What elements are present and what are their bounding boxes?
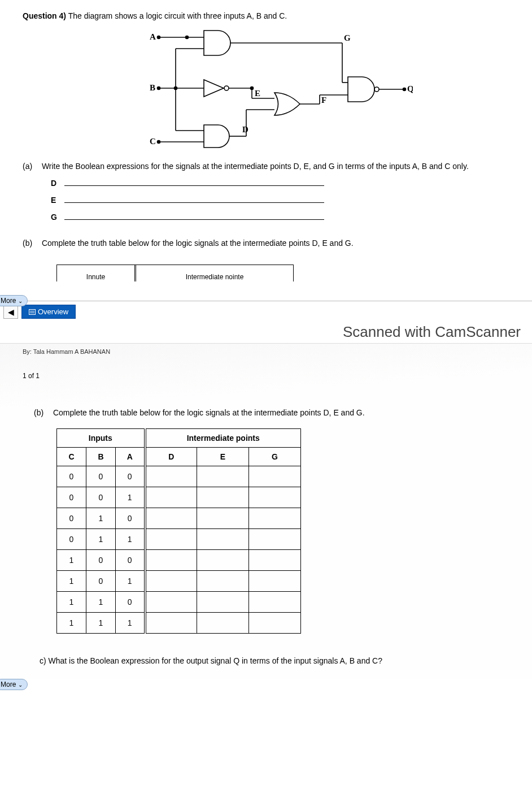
truth-table: Inputs Intermediate points C B A D E G 0… (56, 428, 301, 634)
node-label-e: E (255, 89, 260, 98)
answer-line-d: D (51, 179, 509, 188)
part-b-text: Complete the truth table below for the l… (42, 239, 354, 248)
svg-point-6 (186, 36, 189, 39)
svg-point-13 (224, 86, 229, 90)
node-label-f: F (321, 96, 326, 105)
chevron-down-icon: ⌄ (18, 298, 23, 304)
part-a-label: (a) (23, 162, 40, 171)
svg-point-0 (158, 36, 160, 39)
part-b-text-2: Complete the truth table below for the l… (53, 408, 365, 417)
question-label: Question 4) (23, 11, 66, 20)
more-button-top[interactable]: More ⌄ (0, 295, 28, 306)
tab-overview[interactable]: Overview (21, 305, 76, 319)
svg-point-2 (158, 87, 160, 90)
part-c: c) What is the Boolean expression for th… (40, 656, 509, 665)
th-intermediate: Intermediate points (145, 429, 301, 448)
tab-bar: ◀ Overview (0, 301, 532, 319)
page-number: 1 of 1 (23, 372, 509, 380)
table-row: 010 (57, 508, 301, 529)
table-row: 011 (57, 529, 301, 550)
page-1: Question 4) The diagram shows a logic ci… (0, 0, 532, 293)
table-row: 101 (57, 571, 301, 592)
answer-line-g: G (51, 213, 509, 222)
node-label-g: G (344, 33, 351, 42)
svg-point-4 (158, 141, 160, 144)
truth-table-cutoff: Innute Intermediate nointe (56, 265, 294, 281)
output-label-q: Q (407, 84, 413, 93)
answer-line-e: E (51, 196, 509, 205)
cutoff-col2: Intermediate nointe (136, 265, 293, 281)
table-row: 111 (57, 613, 301, 634)
svg-point-28 (403, 88, 406, 91)
logic-circuit-diagram: A B C D E F G Q (119, 26, 413, 150)
part-a: (a) Write the Boolean expressions for th… (23, 162, 509, 171)
part-b-label-2: (b) (34, 408, 51, 417)
th-inputs: Inputs (57, 429, 145, 448)
input-label-c: C (150, 137, 156, 146)
overview-icon (29, 309, 36, 315)
table-row: 001 (57, 487, 301, 508)
part-b-label: (b) (23, 239, 40, 248)
table-row: 000 (57, 466, 301, 487)
node-label-d: D (242, 125, 248, 134)
input-label-b: B (150, 83, 155, 92)
question-title: Question 4) The diagram shows a logic ci… (23, 11, 509, 20)
chevron-down-icon: ⌄ (18, 682, 23, 688)
prev-tab-button[interactable]: ◀ (3, 305, 18, 319)
cutoff-col1: Innute (57, 265, 136, 281)
table-row: 110 (57, 592, 301, 613)
table-row: 100 (57, 550, 301, 571)
page-2: By: Tala Hammam A BAHANAN 1 of 1 (b) Com… (0, 343, 532, 679)
question-text: The diagram shows a logic circuit with t… (68, 11, 287, 20)
more-button-bottom[interactable]: More ⌄ (0, 679, 28, 690)
input-label-a: A (150, 32, 156, 41)
part-b: (b) Complete the truth table below for t… (23, 239, 509, 248)
svg-point-26 (374, 87, 379, 92)
answer-lines: D E G (51, 179, 509, 222)
byline: By: Tala Hammam A BAHANAN (23, 348, 509, 355)
arrow-left-icon: ◀ (8, 307, 14, 317)
part-a-text: Write the Boolean expressions for the si… (42, 162, 469, 171)
camscanner-watermark: Scanned with CamScanner (0, 319, 532, 343)
part-b-repeat: (b) Complete the truth table below for t… (34, 408, 509, 417)
